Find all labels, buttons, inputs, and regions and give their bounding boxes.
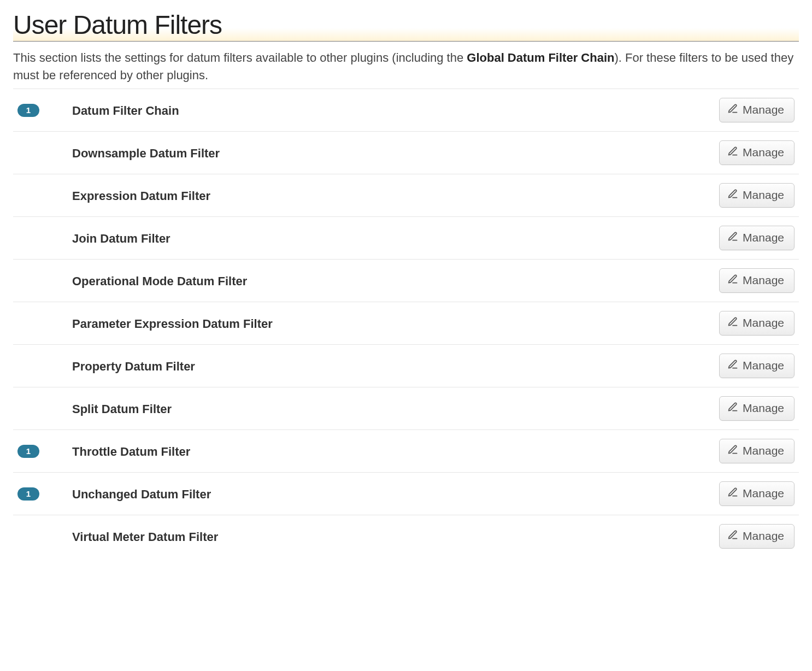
count-badge: 1 [17, 445, 39, 458]
edit-icon [727, 487, 738, 501]
manage-button[interactable]: Manage [719, 268, 795, 293]
page-description: This section lists the settings for datu… [13, 49, 799, 84]
manage-button-label: Manage [743, 529, 784, 543]
manage-button[interactable]: Manage [719, 226, 795, 250]
manage-button[interactable]: Manage [719, 98, 795, 122]
badge-column [13, 322, 72, 323]
count-badge: 1 [17, 104, 39, 117]
manage-button-label: Manage [743, 444, 784, 457]
filter-row: Virtual Meter Datum Filter Manage [13, 515, 799, 557]
count-badge: 1 [17, 487, 39, 501]
edit-icon [727, 529, 738, 543]
manage-button-label: Manage [743, 316, 784, 329]
badge-column [13, 195, 72, 196]
edit-icon [727, 444, 738, 458]
manage-button-label: Manage [743, 146, 784, 159]
filter-name: Join Datum Filter [72, 229, 719, 246]
action-column: Manage [719, 226, 799, 250]
manage-button-label: Manage [743, 402, 784, 415]
manage-button-label: Manage [743, 103, 784, 116]
badge-column: 1 [13, 103, 72, 117]
edit-icon [727, 316, 738, 330]
action-column: Manage [719, 524, 799, 549]
page-title: User Datum Filters [13, 10, 799, 42]
badge-column [13, 237, 72, 238]
filter-row: Join Datum Filter Manage [13, 216, 799, 259]
filter-name: Throttle Datum Filter [72, 443, 719, 459]
manage-button[interactable]: Manage [719, 140, 795, 165]
edit-icon [727, 189, 738, 202]
edit-icon [727, 359, 738, 373]
filter-list: 1Datum Filter Chain ManageDownsample Dat… [13, 89, 799, 557]
filter-name: Operational Mode Datum Filter [72, 272, 719, 289]
manage-button-label: Manage [743, 274, 784, 287]
action-column: Manage [719, 439, 799, 463]
filter-row: 1Unchanged Datum Filter Manage [13, 472, 799, 515]
edit-icon [727, 274, 738, 287]
manage-button[interactable]: Manage [719, 481, 795, 506]
action-column: Manage [719, 140, 799, 165]
badge-column [13, 152, 72, 153]
manage-button-label: Manage [743, 189, 784, 202]
filter-name: Split Datum Filter [72, 400, 719, 416]
filter-name: Downsample Datum Filter [72, 144, 719, 161]
filter-row: 1Throttle Datum Filter Manage [13, 429, 799, 472]
badge-column: 1 [13, 444, 72, 458]
filter-name: Parameter Expression Datum Filter [72, 315, 719, 331]
manage-button[interactable]: Manage [719, 439, 795, 463]
action-column: Manage [719, 354, 799, 378]
edit-icon [727, 103, 738, 117]
description-prefix: This section lists the settings for datu… [13, 51, 467, 64]
badge-column: 1 [13, 486, 72, 501]
filter-row: Expression Datum Filter Manage [13, 174, 799, 216]
filter-row: Parameter Expression Datum Filter Manage [13, 302, 799, 344]
description-bold: Global Datum Filter Chain [467, 51, 614, 64]
manage-button[interactable]: Manage [719, 311, 795, 336]
action-column: Manage [719, 396, 799, 421]
filter-row: 1Datum Filter Chain Manage [13, 89, 799, 131]
filter-name: Expression Datum Filter [72, 187, 719, 203]
filter-row: Split Datum Filter Manage [13, 387, 799, 429]
action-column: Manage [719, 183, 799, 208]
manage-button[interactable]: Manage [719, 354, 795, 378]
action-column: Manage [719, 98, 799, 122]
filter-name: Unchanged Datum Filter [72, 485, 719, 502]
edit-icon [727, 402, 738, 415]
manage-button[interactable]: Manage [719, 396, 795, 421]
manage-button-label: Manage [743, 231, 784, 244]
edit-icon [727, 231, 738, 245]
filter-name: Virtual Meter Datum Filter [72, 528, 719, 544]
badge-column [13, 280, 72, 281]
action-column: Manage [719, 268, 799, 293]
filter-row: Property Datum Filter Manage [13, 344, 799, 387]
edit-icon [727, 146, 738, 160]
manage-button-label: Manage [743, 487, 784, 500]
filter-name: Datum Filter Chain [72, 102, 719, 118]
manage-button[interactable]: Manage [719, 524, 795, 549]
filter-row: Downsample Datum Filter Manage [13, 131, 799, 174]
badge-column [13, 535, 72, 537]
filter-name: Property Datum Filter [72, 357, 719, 374]
manage-button-label: Manage [743, 359, 784, 372]
badge-column [13, 408, 72, 409]
action-column: Manage [719, 481, 799, 506]
manage-button[interactable]: Manage [719, 183, 795, 208]
action-column: Manage [719, 311, 799, 336]
filter-row: Operational Mode Datum Filter Manage [13, 259, 799, 302]
badge-column [13, 365, 72, 366]
